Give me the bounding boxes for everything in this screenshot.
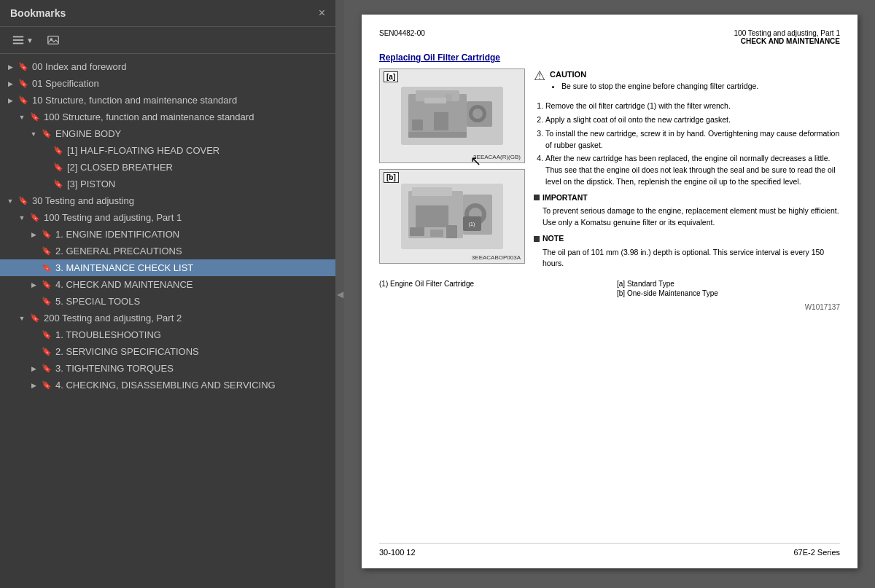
tree-label-item-halfloat: [1] HALF-FLOATING HEAD COVER [67, 145, 331, 156]
tree-item-item-halfloat[interactable]: ▶🔖[1] HALF-FLOATING HEAD COVER [0, 142, 335, 159]
tree-label-item-serv-spec: 2. SERVICING SPECIFICATIONS [55, 346, 331, 357]
doc-header-right: 100 Testing and adjusting, Part 1 CHECK … [734, 29, 840, 45]
list-icon [12, 34, 25, 47]
caution-icon: ⚠ [534, 69, 545, 82]
bookmark-icon: 🔖 [18, 95, 29, 105]
bookmark-icon: 🔖 [41, 347, 52, 356]
doc-section-ref: 100 Testing and adjusting, Part 1 [734, 29, 840, 37]
important-text: To prevent serious damage to the engine,… [542, 205, 840, 229]
tree-item-item-01[interactable]: 🔖01 Specification [0, 75, 335, 92]
toggle-item-check-maint [28, 281, 39, 289]
main-content: ↖ SEN04482-00 100 Testing and adjusting,… [344, 0, 875, 588]
bookmark-icon: 🔖 [41, 230, 52, 239]
svg-point-10 [472, 109, 483, 119]
bookmark-icon: 🔖 [41, 129, 52, 138]
doc-footer: 30-100 12 67E-2 Series [379, 543, 840, 557]
bookmark-icon: 🔖 [52, 179, 64, 189]
tree-item-item-piston[interactable]: ▶🔖[3] PISTON [0, 176, 335, 192]
tree-label-item-special: 5. SPECIAL TOOLS [55, 296, 331, 307]
toggle-item-tight-torq [28, 364, 39, 372]
tree-item-item-special[interactable]: ▶🔖5. SPECIAL TOOLS [0, 293, 335, 310]
svg-rect-3 [48, 36, 58, 44]
tree-item-item-eng-id[interactable]: 🔖1. ENGINE IDENTIFICATION [0, 226, 335, 243]
toggle-item-10 [4, 96, 16, 104]
tree-item-item-check-disasm[interactable]: 🔖4. CHECKING, DISASSEMBLING AND SERVICIN… [0, 377, 335, 393]
step-1: Remove the oil filter cartridge (1) with… [545, 101, 840, 112]
toggle-item-engine-body [28, 130, 39, 138]
caption-col-left: (1) Engine Oil Filter Cartridge [379, 280, 602, 299]
steps-list: Remove the oil filter cartridge (1) with… [545, 101, 840, 187]
sidebar-title: Bookmarks [10, 7, 66, 19]
doc-header: SEN04482-00 100 Testing and adjusting, P… [379, 29, 840, 45]
svg-rect-0 [13, 36, 23, 38]
tree-item-item-gen-prec[interactable]: ▶🔖2. GENERAL PRECAUTIONS [0, 243, 335, 259]
tree-item-item-200-test[interactable]: 🔖200 Testing and adjusting, Part 2 [0, 310, 335, 326]
step-3: To install the new cartridge, screw it i… [545, 128, 840, 152]
toggle-item-closedbreather: ▶ [39, 163, 51, 171]
svg-rect-1 [13, 39, 23, 41]
tree-item-item-closedbreather[interactable]: ▶🔖[2] CLOSED BREATHER [0, 159, 335, 176]
tree-item-item-maint-check[interactable]: ▶🔖3. MAINTENANCE CHECK LIST [0, 259, 335, 276]
sidebar-toolbar: ▼ [0, 27, 335, 54]
caution-title: CAUTION [550, 68, 758, 81]
tree-item-item-10[interactable]: 🔖10 Structure, function and maintenance … [0, 92, 335, 109]
close-button[interactable]: × [319, 7, 325, 19]
tree-label-item-200-test: 200 Testing and adjusting, Part 2 [44, 313, 331, 324]
engine-drawing-b: (1) [394, 180, 510, 253]
note-title: NOTE [542, 233, 564, 245]
caution-item-1: Be sure to stop the engine before changi… [561, 81, 758, 93]
tree-label-item-piston: [3] PISTON [67, 179, 331, 189]
bookmark-icon: 🔖 [18, 62, 29, 71]
caution-list: Be sure to stop the engine before changi… [561, 81, 758, 93]
tree-label-item-check-disasm: 4. CHECKING, DISASSEMBLING AND SERVICING [55, 380, 331, 391]
important-title: IMPORTANT [542, 192, 588, 204]
toggle-item-maint-check: ▶ [28, 264, 39, 272]
tree-item-item-100-test[interactable]: 🔖100 Testing and adjusting, Part 1 [0, 209, 335, 226]
svg-rect-23 [416, 205, 448, 227]
tree-label-item-30: 30 Testing and adjusting [32, 195, 331, 206]
bookmark-icon: 🔖 [52, 146, 64, 155]
toggle-item-troubleshoot: ▶ [28, 331, 39, 339]
bookmark-icon: 🔖 [41, 330, 52, 340]
tree-item-item-00[interactable]: 🔖00 Index and foreword [0, 58, 335, 75]
tree-item-item-100-struct[interactable]: 🔖100 Structure, function and maintenance… [0, 109, 335, 125]
toggle-item-gen-prec: ▶ [28, 247, 39, 255]
svg-text:(1): (1) [469, 222, 475, 227]
doc-captions: (1) Engine Oil Filter Cartridge [a] Stan… [379, 280, 840, 299]
toggle-item-30 [4, 197, 16, 205]
svg-rect-24 [410, 227, 424, 236]
tree-label-item-gen-prec: 2. GENERAL PRECAUTIONS [55, 246, 331, 256]
important-label: IMPORTANT [534, 192, 840, 204]
tree-label-item-maint-check: 3. MAINTENANCE CHECK LIST [55, 262, 331, 273]
toggle-item-piston: ▶ [39, 180, 51, 188]
doc-footer-page: 30-100 12 [379, 548, 416, 557]
tree-label-item-eng-id: 1. ENGINE IDENTIFICATION [55, 229, 331, 240]
tree-label-item-engine-body: ENGINE BODY [55, 128, 331, 139]
tree-label-item-10: 10 Structure, function and maintenance s… [32, 95, 331, 106]
tree-item-item-troubleshoot[interactable]: ▶🔖1. TROUBLESHOOTING [0, 326, 335, 343]
toggle-item-100-test [16, 213, 28, 222]
toggle-item-check-disasm [28, 381, 39, 389]
tree-item-item-serv-spec[interactable]: ▶🔖2. SERVICING SPECIFICATIONS [0, 343, 335, 360]
tree-label-item-100-struct: 100 Structure, function and maintenance … [44, 111, 331, 122]
tree-label-item-100-test: 100 Testing and adjusting, Part 1 [44, 212, 331, 223]
bookmark-icon: 🔖 [41, 364, 52, 373]
doc-section-title: Replacing Oil Filter Cartridge [379, 52, 840, 63]
caution-content: CAUTION Be sure to stop the engine befor… [550, 68, 758, 96]
sidebar-resize-handle[interactable]: ◀ [335, 0, 344, 588]
tree-item-item-tight-torq[interactable]: 🔖3. TIGHTENING TORQUES [0, 360, 335, 377]
image-a-label: [a] [384, 71, 398, 82]
list-view-button[interactable]: ▼ [7, 31, 38, 49]
image-view-button[interactable] [42, 31, 64, 49]
svg-rect-25 [430, 230, 443, 237]
svg-rect-26 [446, 225, 457, 238]
caution-block: ⚠ CAUTION Be sure to stop the engine bef… [534, 68, 840, 96]
tree-label-item-troubleshoot: 1. TROUBLESHOOTING [55, 329, 331, 340]
caption-col-right: [a] Standard Type [b] One-side Maintenan… [617, 280, 840, 299]
tree-item-item-engine-body[interactable]: 🔖ENGINE BODY [0, 125, 335, 142]
bookmark-icon: 🔖 [18, 196, 29, 205]
engine-drawing-a [394, 79, 510, 152]
step-2: Apply a slight coat of oil onto the new … [545, 114, 840, 126]
tree-item-item-30[interactable]: 🔖30 Testing and adjusting [0, 192, 335, 209]
tree-item-item-check-maint[interactable]: 🔖4. CHECK AND MAINTENANCE [0, 276, 335, 293]
